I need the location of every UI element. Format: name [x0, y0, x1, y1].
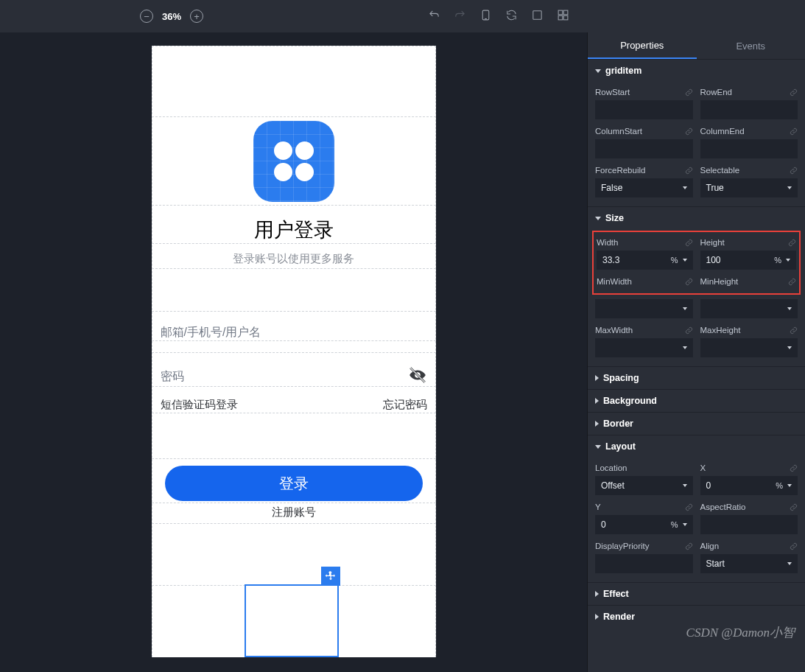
link-icon[interactable] [685, 503, 693, 511]
zoom-value: 36% [162, 11, 181, 22]
redo-icon[interactable] [454, 9, 466, 24]
move-handle-icon[interactable] [321, 567, 340, 586]
username-placeholder: 邮箱/手机号/用户名 [161, 325, 261, 340]
link-icon[interactable] [685, 88, 693, 97]
x-input[interactable]: 0% [700, 476, 798, 495]
username-field[interactable]: 邮箱/手机号/用户名 [152, 315, 436, 351]
minheight-input[interactable] [700, 299, 798, 318]
section-spacing[interactable]: Spacing [588, 367, 805, 389]
aspectratio-input[interactable] [700, 515, 798, 534]
undo-icon[interactable] [428, 9, 440, 24]
rowstart-input[interactable] [595, 100, 693, 119]
size-highlight: Width33.3% Height100% MinWidth MinHeight [592, 231, 801, 295]
y-input[interactable]: 0% [595, 515, 693, 534]
width-label: Width [597, 238, 618, 247]
selectable-label: Selectable [700, 166, 740, 175]
link-icon[interactable] [685, 542, 693, 550]
align-select[interactable]: Start [700, 554, 798, 573]
minwidth-label: MinWidth [597, 277, 632, 286]
login-button[interactable]: 登录 [165, 466, 423, 501]
zoom-controls: − 36% + [140, 10, 203, 23]
maxwidth-input[interactable] [595, 338, 693, 357]
properties-panel: Properties Events griditem RowStart RowE… [587, 32, 805, 672]
displaypriority-input[interactable] [595, 554, 693, 573]
rotate-icon[interactable] [505, 9, 518, 24]
section-border[interactable]: Border [588, 413, 805, 435]
link-icon[interactable] [685, 239, 693, 247]
link-icon[interactable] [790, 542, 798, 550]
link-icon[interactable] [788, 278, 796, 286]
minheight-label: MinHeight [700, 277, 739, 286]
minwidth-input[interactable] [595, 299, 693, 318]
rowend-label: RowEnd [700, 88, 732, 97]
height-label: Height [700, 238, 725, 247]
rowstart-label: RowStart [595, 88, 630, 97]
svg-rect-2 [558, 10, 563, 15]
toolbar-actions [428, 9, 569, 24]
aspectratio-label: AspectRatio [700, 503, 746, 511]
link-icon[interactable] [790, 167, 798, 175]
align-label: Align [700, 542, 720, 550]
register-link[interactable]: 注册账号 [152, 505, 436, 519]
zoom-out-button[interactable]: − [140, 10, 153, 23]
link-icon[interactable] [790, 127, 798, 136]
link-icon[interactable] [788, 239, 796, 247]
canvas[interactable]: 用户登录 登录账号以使用更多服务 邮箱/手机号/用户名 密码 短信验证码登录 忘… [0, 32, 587, 672]
section-size[interactable]: Size [588, 207, 805, 229]
svg-rect-3 [563, 10, 568, 15]
colend-input[interactable] [700, 139, 798, 158]
device-icon[interactable] [479, 9, 492, 24]
tab-events[interactable]: Events [697, 32, 806, 59]
colend-label: ColumnEnd [700, 127, 745, 136]
forgot-password-link[interactable]: 忘记密码 [383, 398, 427, 412]
tab-properties[interactable]: Properties [588, 32, 697, 59]
location-select[interactable]: Offset [595, 476, 693, 495]
rowend-input[interactable] [700, 100, 798, 119]
displaypriority-label: DisplayPriority [595, 542, 650, 550]
fit-icon[interactable] [531, 9, 544, 24]
x-label: X [700, 463, 706, 472]
link-icon[interactable] [685, 278, 693, 286]
toolbar: − 36% + [0, 0, 805, 32]
link-icon[interactable] [790, 88, 798, 97]
grid-icon[interactable] [557, 9, 569, 24]
password-placeholder: 密码 [161, 369, 184, 385]
selection-box[interactable] [245, 584, 339, 657]
width-input[interactable]: 33.3% [597, 251, 693, 270]
login-title: 用户登录 [152, 217, 436, 243]
section-background[interactable]: Background [588, 390, 805, 412]
login-subtitle: 登录账号以使用更多服务 [152, 252, 436, 266]
selectable-select[interactable]: True [700, 178, 798, 197]
maxheight-label: MaxHeight [700, 326, 741, 335]
phone-preview: 用户登录 登录账号以使用更多服务 邮箱/手机号/用户名 密码 短信验证码登录 忘… [152, 46, 436, 657]
zoom-in-button[interactable]: + [190, 10, 203, 23]
svg-rect-1 [533, 10, 541, 18]
forcerebuild-label: ForceRebuild [595, 166, 645, 175]
section-griditem[interactable]: griditem [588, 60, 805, 82]
link-icon[interactable] [790, 326, 798, 335]
eye-off-icon[interactable] [408, 365, 427, 388]
section-layout[interactable]: Layout [588, 435, 805, 458]
y-label: Y [595, 503, 601, 511]
section-effect[interactable]: Effect [588, 583, 805, 605]
maxwidth-label: MaxWidth [595, 326, 633, 335]
location-label: Location [595, 463, 627, 472]
colstart-label: ColumnStart [595, 127, 642, 136]
link-icon[interactable] [790, 464, 798, 472]
svg-rect-4 [558, 15, 563, 20]
link-icon[interactable] [685, 167, 693, 175]
link-icon[interactable] [685, 326, 693, 335]
maxheight-input[interactable] [700, 338, 798, 357]
forcerebuild-select[interactable]: False [595, 178, 693, 197]
svg-rect-5 [563, 15, 568, 20]
section-render[interactable]: Render [588, 606, 805, 628]
height-input[interactable]: 100% [700, 251, 797, 270]
sms-login-link[interactable]: 短信验证码登录 [161, 398, 238, 412]
link-icon[interactable] [685, 127, 693, 136]
app-logo [253, 121, 334, 202]
colstart-input[interactable] [595, 139, 693, 158]
link-icon[interactable] [790, 503, 798, 511]
